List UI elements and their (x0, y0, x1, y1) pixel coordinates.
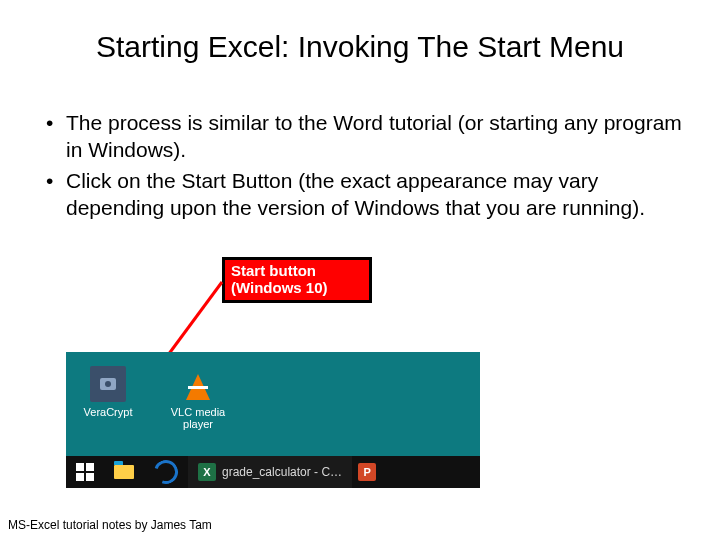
taskbar-edge[interactable] (144, 456, 188, 488)
taskbar-file-explorer[interactable] (104, 456, 144, 488)
start-button[interactable] (66, 456, 104, 488)
callout-box: Start button (Windows 10) (222, 257, 372, 303)
taskbar-excel-window[interactable]: X grade_calculator - C… (188, 456, 352, 488)
svg-rect-5 (76, 473, 84, 481)
taskbar-item-label: grade_calculator - C… (222, 465, 342, 479)
bullet-item: The process is similar to the Word tutor… (38, 110, 690, 164)
excel-icon: X (198, 463, 216, 481)
edge-icon (150, 456, 182, 488)
slide-footer: MS-Excel tutorial notes by James Tam (8, 518, 212, 532)
powerpoint-icon: P (358, 463, 376, 481)
desktop-icon-veracrypt[interactable]: VeraCrypt (76, 366, 140, 418)
callout-line2: (Windows 10) (231, 279, 328, 296)
bullet-list: The process is similar to the Word tutor… (38, 110, 690, 226)
svg-rect-4 (86, 463, 94, 471)
folder-icon (114, 465, 134, 479)
taskbar-powerpoint-window[interactable]: P (352, 456, 382, 488)
slide-title: Starting Excel: Invoking The Start Menu (0, 30, 720, 64)
bullet-item: Click on the Start Button (the exact app… (38, 168, 690, 222)
desktop-icon-vlc[interactable]: VLC mediaplayer (166, 366, 230, 430)
svg-point-2 (105, 381, 111, 387)
windows-logo-icon (76, 463, 94, 481)
desktop-icon-label: VLC mediaplayer (166, 406, 230, 430)
desktop-icon-label: VeraCrypt (76, 406, 140, 418)
callout-line1: Start button (231, 262, 316, 279)
screenshot-figure: Start button (Windows 10) VeraCrypt VLC … (66, 252, 480, 488)
veracrypt-icon (90, 366, 126, 402)
svg-rect-3 (76, 463, 84, 471)
desktop-area: VeraCrypt VLC mediaplayer (66, 352, 480, 456)
vlc-cone-icon (180, 366, 216, 402)
taskbar: X grade_calculator - C… P (66, 456, 480, 488)
svg-rect-6 (86, 473, 94, 481)
